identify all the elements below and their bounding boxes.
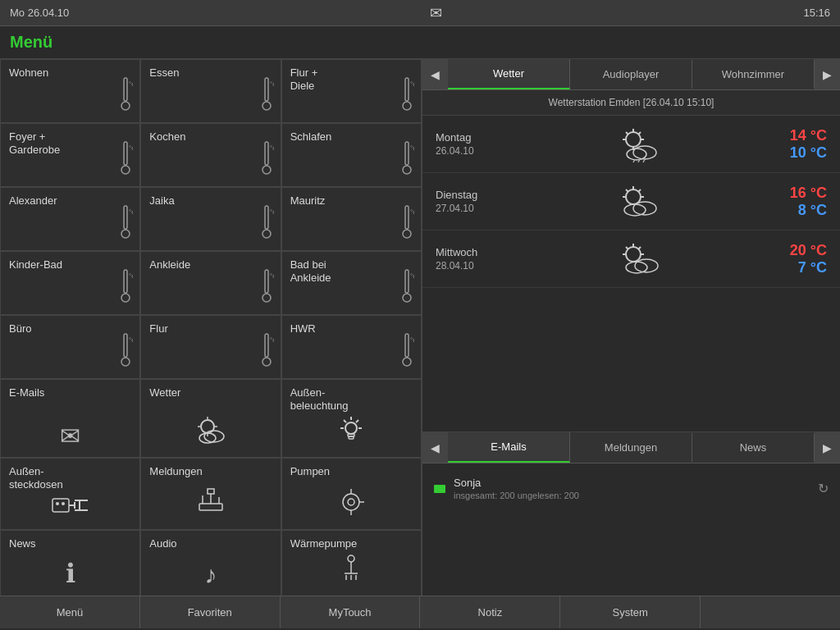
- right-panel: ◀ Wetter Audioplayer Wohnzimmer ▶ Wetter…: [422, 59, 840, 596]
- svg-line-100: [626, 189, 628, 192]
- svg-point-111: [626, 262, 647, 273]
- grid-item-aussensteckdosen[interactable]: Außen-steckdosen: [0, 458, 140, 530]
- grid-item-aussenbeleuchtung[interactable]: Außen-beleuchtung: [281, 379, 422, 458]
- weather-panel: Wetterstation Emden [26.04.10 15:10] Mon…: [422, 90, 840, 431]
- alarm-icon: [196, 487, 226, 523]
- svg-point-73: [343, 494, 359, 510]
- svg-text:°c: °c: [129, 336, 133, 344]
- grid-item-wohnen[interactable]: Wohnen °c: [0, 59, 140, 123]
- grid-item-alexander[interactable]: Alexander °c: [0, 187, 140, 251]
- grid-item-foyer[interactable]: Foyer +Garderobe °c: [0, 123, 140, 187]
- svg-point-52: [345, 422, 357, 434]
- grid-item-kinder-bad[interactable]: Kinder-Bad °c: [0, 251, 140, 315]
- nav-notiz-btn[interactable]: Notiz: [420, 596, 560, 628]
- tab-wetter[interactable]: Wetter: [448, 59, 570, 89]
- email-item[interactable]: Sonja insgesamt: 200 ungelesen: 200 ↻: [434, 472, 829, 505]
- temp-low-monday: 10 °C: [761, 144, 827, 162]
- svg-point-34: [403, 294, 411, 302]
- grid-item-buero[interactable]: Büro °c: [0, 315, 140, 379]
- weather-date: 26.04.10: [436, 145, 518, 157]
- grid-item-audio[interactable]: Audio ♪: [140, 530, 281, 596]
- svg-point-77: [348, 499, 354, 505]
- bottom-navigation: Menü Favoriten MyTouch Notiz System: [0, 596, 840, 628]
- svg-point-31: [262, 294, 271, 302]
- svg-point-4: [262, 102, 271, 110]
- email-tab-prev-btn[interactable]: ◀: [422, 432, 448, 463]
- grid-item-hwr[interactable]: HWR °c: [281, 315, 422, 379]
- grid-item-jaika[interactable]: Jaika °c: [140, 187, 281, 251]
- thermo-icon: °c: [118, 140, 133, 180]
- grid-item-essen[interactable]: Essen °c: [140, 59, 281, 123]
- svg-line-90: [638, 132, 641, 135]
- thermo-icon: °c: [399, 140, 414, 180]
- page-title: Menü: [10, 33, 52, 51]
- tab-prev-btn[interactable]: ◀: [422, 59, 448, 89]
- email-tab-next-btn[interactable]: ▶: [815, 432, 840, 463]
- svg-point-16: [403, 166, 411, 174]
- info-icon: ℹ: [66, 558, 75, 589]
- svg-point-19: [121, 230, 130, 238]
- tab-meldungen[interactable]: Meldungen: [570, 433, 692, 462]
- grid-item-wetter[interactable]: Wetter: [140, 379, 281, 458]
- light-icon: [336, 415, 366, 450]
- email-unread-indicator: [434, 485, 445, 493]
- weather-icon-tuesday: [518, 185, 761, 218]
- weather-date: 28.04.10: [436, 260, 518, 272]
- grid-item-flur-diele[interactable]: Flur +Diele °c: [281, 59, 422, 123]
- tab-emails[interactable]: E-Mails: [448, 432, 570, 463]
- nav-system-btn[interactable]: System: [560, 596, 701, 628]
- topbar-time: 15:16: [803, 7, 830, 19]
- svg-point-13: [262, 166, 271, 174]
- thermo-icon: °c: [399, 332, 414, 372]
- tab-news[interactable]: News: [692, 433, 815, 462]
- grid-item-meldungen[interactable]: Meldungen: [140, 458, 281, 530]
- weather-icon-monday: [518, 126, 761, 162]
- nav-menu-btn[interactable]: Menü: [0, 596, 140, 628]
- svg-rect-30: [265, 270, 268, 293]
- weather-row-tuesday: Dienstag 27.04.10: [422, 173, 840, 231]
- thermo-icon: °c: [259, 204, 274, 244]
- thermo-icon: °c: [118, 204, 133, 244]
- email-icon: ✉: [60, 422, 80, 450]
- tab-next-btn[interactable]: ▶: [815, 59, 840, 89]
- music-icon: ♪: [204, 561, 217, 589]
- svg-line-101: [638, 189, 641, 192]
- grid-item-news[interactable]: News ℹ: [0, 530, 140, 596]
- grid-item-mauritz[interactable]: Mauritz °c: [281, 187, 422, 251]
- email-list: Sonja insgesamt: 200 ungelesen: 200 ↻: [422, 463, 840, 596]
- svg-rect-60: [52, 499, 69, 512]
- grid-item-emails[interactable]: E-Mails ✉: [0, 379, 140, 458]
- svg-rect-9: [124, 142, 127, 165]
- weather-day-label: Dienstag: [436, 189, 518, 201]
- nav-favoriten-btn[interactable]: Favoriten: [140, 596, 281, 628]
- tab-wohnzimmer[interactable]: Wohnzimmer: [692, 60, 815, 89]
- grid-item-bad-ankleide[interactable]: Bad beiAnkleide °c: [281, 251, 422, 315]
- grid-item-waermepumpe[interactable]: Wärmepumpe: [281, 530, 422, 596]
- weather-icon: [193, 415, 229, 450]
- email-sender: Sonja: [454, 477, 579, 489]
- grid-item-pumpen[interactable]: Pumpen: [281, 458, 422, 530]
- grid-item-ankleide[interactable]: Ankleide °c: [140, 251, 281, 315]
- svg-rect-59: [349, 436, 354, 439]
- svg-point-78: [348, 555, 354, 562]
- svg-text:°c: °c: [129, 144, 133, 152]
- svg-rect-33: [405, 270, 409, 293]
- grid-item-kochen[interactable]: Kochen °c: [140, 123, 281, 187]
- svg-text:°c: °c: [410, 144, 414, 152]
- topbar: Mo 26.04.10 ✉ 15:16: [0, 0, 840, 26]
- bottom-tab-bar: ◀ E-Mails Meldungen News ▶: [422, 432, 840, 463]
- refresh-icon[interactable]: ↻: [818, 481, 829, 496]
- svg-rect-68: [199, 504, 222, 510]
- grid-item-flur[interactable]: Flur °c: [140, 315, 281, 379]
- nav-empty-btn[interactable]: [701, 596, 840, 628]
- top-tab-bar: ◀ Wetter Audioplayer Wohnzimmer ▶: [422, 59, 840, 90]
- nav-mytouch-btn[interactable]: MyTouch: [281, 596, 421, 628]
- tab-audioplayer[interactable]: Audioplayer: [570, 60, 692, 89]
- thermo-icon: °c: [259, 140, 274, 180]
- room-grid: Wohnen °c Essen °c Flur +Diele °c Foyer …: [0, 59, 422, 596]
- svg-text:°c: °c: [129, 272, 133, 280]
- svg-point-43: [403, 358, 411, 366]
- grid-item-schlafen[interactable]: Schlafen °c: [281, 123, 422, 187]
- thermo-icon: °c: [399, 204, 414, 244]
- svg-text:°c: °c: [410, 208, 414, 216]
